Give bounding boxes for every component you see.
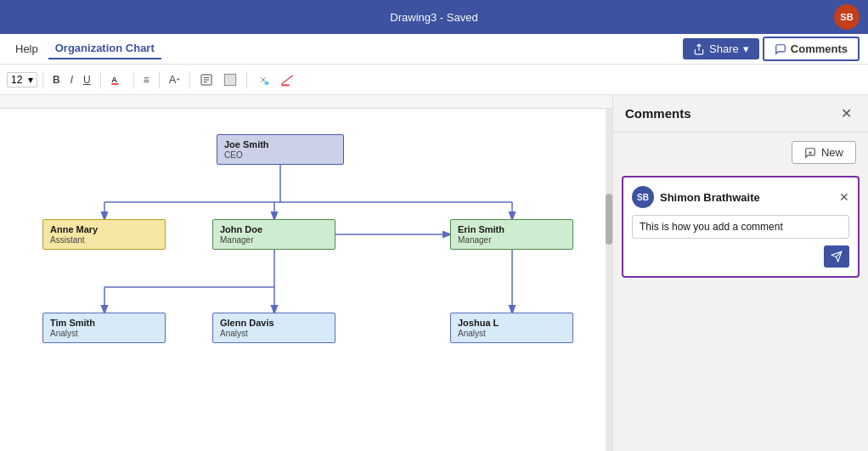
canvas-area[interactable]: Joe Smith CEO Anne Mary Assistant John D… — [0, 95, 613, 451]
svg-point-8 — [264, 82, 268, 85]
new-comment-icon — [804, 147, 816, 159]
org-node-analyst2[interactable]: Glenn Davis Analyst — [212, 313, 335, 343]
org-node-analyst3-title: Analyst — [458, 329, 566, 338]
share-icon — [693, 43, 705, 55]
scrollbar-thumb[interactable] — [606, 194, 612, 245]
share-button[interactable]: Share ▾ — [683, 38, 759, 59]
shape-fill-icon — [223, 73, 237, 87]
fill-color-button[interactable] — [252, 70, 274, 89]
font-size-chevron: ▾ — [28, 74, 33, 86]
text-fit-icon — [200, 73, 213, 87]
menu-bar: Help Organization Chart Share ▾ Comments — [0, 34, 868, 65]
org-node-manager1-title: Manager — [220, 235, 328, 245]
comment-user-row: SB Shimon Brathwaite ✕ — [632, 186, 849, 208]
org-node-analyst3[interactable]: Joshua L Analyst — [450, 313, 573, 343]
org-node-manager2-title: Manager — [458, 235, 566, 245]
fill-color-icon — [256, 73, 270, 87]
svg-rect-7 — [224, 74, 235, 85]
toolbar-separator-2 — [100, 71, 101, 88]
org-node-ceo-title: CEO — [224, 150, 336, 160]
org-node-ceo[interactable]: Joe Smith CEO — [217, 134, 344, 165]
toolbar-separator-4 — [159, 71, 160, 88]
comments-close-button[interactable]: ✕ — [837, 104, 856, 123]
org-node-manager1-name: John Doe — [220, 224, 328, 234]
org-node-manager2-name: Erin Smith — [458, 224, 566, 234]
svg-rect-10 — [281, 84, 289, 86]
comment-send-button[interactable] — [824, 245, 849, 268]
org-node-ceo-name: Joe Smith — [224, 139, 336, 149]
org-node-assistant[interactable]: Anne Mary Assistant — [42, 219, 166, 250]
org-node-assistant-name: Anne Mary — [50, 224, 158, 234]
new-comment-label: New — [821, 146, 843, 159]
comments-panel: Comments ✕ New SB Shimon Brathwaite ✕ — [613, 95, 868, 451]
text-style-button[interactable]: A+ — [165, 70, 184, 88]
line-color-icon — [280, 73, 294, 87]
toolbar-separator-6 — [246, 71, 247, 88]
underline-button[interactable]: U — [79, 71, 95, 88]
italic-button[interactable]: I — [66, 71, 77, 88]
org-node-manager1[interactable]: John Doe Manager — [212, 219, 335, 250]
org-node-analyst1-name: Tim Smith — [50, 318, 158, 328]
menu-organization-chart[interactable]: Organization Chart — [48, 38, 161, 59]
menu-help[interactable]: Help — [8, 39, 45, 59]
svg-line-9 — [281, 75, 292, 84]
comment-input-field[interactable] — [632, 215, 849, 239]
align-button[interactable]: ≡ — [139, 71, 154, 88]
comments-new-area: New — [613, 132, 868, 172]
font-color-icon: A — [110, 73, 124, 87]
toolbar-separator-5 — [189, 71, 190, 88]
text-fit-button[interactable] — [195, 70, 217, 89]
main-area: Joe Smith CEO Anne Mary Assistant John D… — [0, 95, 868, 451]
comment-username: Shimon Brathwaite — [660, 191, 760, 204]
toolbar: 12 ▾ B I U A ≡ A+ — [0, 65, 868, 95]
toolbar-separator-3 — [133, 71, 134, 88]
font-size-value: 12 — [11, 74, 22, 86]
org-chart-lines — [17, 126, 586, 397]
send-icon — [831, 251, 843, 262]
org-node-analyst2-title: Analyst — [220, 329, 328, 338]
comments-label: Comments — [791, 42, 848, 55]
font-color-button[interactable]: A — [106, 70, 128, 89]
comment-avatar: SB — [632, 186, 654, 208]
canvas-content[interactable]: Joe Smith CEO Anne Mary Assistant John D… — [0, 109, 612, 451]
org-node-analyst1-title: Analyst — [50, 329, 158, 338]
comment-icon — [775, 43, 786, 55]
vertical-scrollbar[interactable] — [606, 109, 612, 451]
org-node-analyst1[interactable]: Tim Smith Analyst — [42, 313, 166, 343]
org-node-analyst3-name: Joshua L — [458, 318, 566, 328]
comment-card: SB Shimon Brathwaite ✕ — [622, 176, 860, 278]
document-title: Drawing3 - Saved — [390, 11, 477, 24]
org-node-manager2[interactable]: Erin Smith Manager — [450, 219, 573, 250]
line-color-button[interactable] — [276, 70, 298, 89]
org-node-assistant-title: Assistant — [50, 235, 158, 245]
comment-close-button[interactable]: ✕ — [839, 190, 849, 204]
toolbar-separator-1 — [42, 71, 43, 88]
user-avatar[interactable]: SB — [834, 4, 860, 30]
font-size-control[interactable]: 12 ▾ — [7, 72, 37, 87]
comments-header: Comments ✕ — [613, 95, 868, 132]
org-node-analyst2-name: Glenn Davis — [220, 318, 328, 328]
comments-panel-title: Comments — [625, 106, 691, 121]
title-bar: Drawing3 - Saved SB — [0, 0, 868, 34]
comment-user-info: SB Shimon Brathwaite — [632, 186, 760, 208]
shape-fill-button[interactable] — [219, 70, 241, 89]
share-chevron-icon: ▾ — [743, 42, 749, 55]
comments-button[interactable]: Comments — [763, 37, 860, 61]
org-chart: Joe Smith CEO Anne Mary Assistant John D… — [17, 126, 586, 397]
share-label: Share — [709, 42, 739, 55]
horizontal-ruler — [0, 95, 612, 109]
svg-rect-2 — [111, 83, 118, 85]
new-comment-button[interactable]: New — [792, 141, 856, 164]
svg-text:A: A — [111, 75, 117, 83]
comment-actions — [632, 245, 849, 268]
bold-button[interactable]: B — [48, 71, 65, 88]
